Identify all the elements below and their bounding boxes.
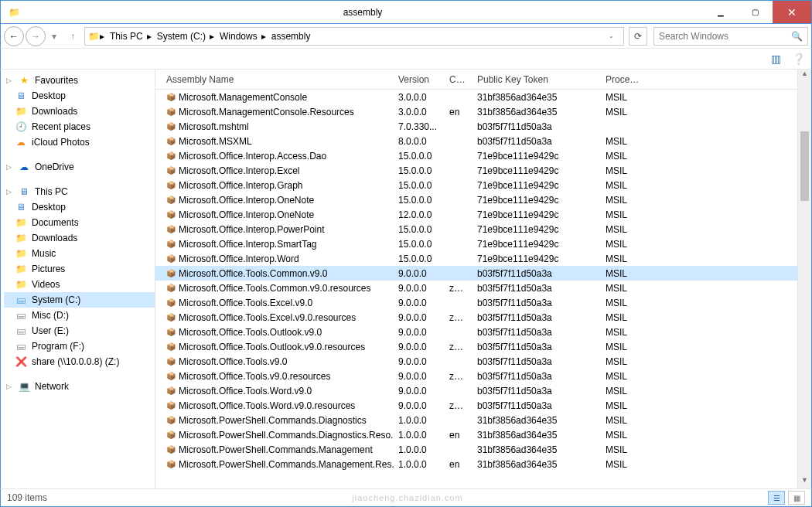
search-field[interactable]	[659, 31, 791, 42]
status-bar: 109 items jiaocheng.chazidian.com ☰ ▦	[0, 488, 812, 507]
sidebar-item[interactable]: 📁Pictures	[4, 261, 155, 277]
assembly-icon	[166, 430, 176, 439]
table-row[interactable]: Microsoft.Office.Tools.Outlook.v9.0.reso…	[155, 339, 797, 354]
sidebar-item[interactable]: 📁Downloads	[4, 104, 155, 119]
sidebar-item[interactable]: 📁Videos	[4, 277, 155, 292]
table-row[interactable]: Microsoft.ManagementConsole3.0.0.031bf38…	[155, 90, 797, 104]
network-header[interactable]: ▷ 💻 Network	[4, 379, 155, 394]
cell-version: 1.0.0.0	[394, 459, 445, 470]
table-row[interactable]: Microsoft.PowerShell.Commands.Management…	[155, 457, 797, 471]
breadcrumb[interactable]: 📁 ▸ This PC▸System (C:)▸Windows▸assembly…	[84, 27, 624, 46]
sidebar-item[interactable]: 🖴System (C:)	[4, 292, 155, 308]
cell-version: 9.0.0.0	[394, 371, 445, 382]
column-header-name[interactable]: Assembly Name	[162, 74, 394, 85]
column-header-proc[interactable]: Proces...	[601, 74, 647, 85]
chevron-right-icon[interactable]: ▷	[4, 77, 13, 84]
sidebar-item[interactable]: 🕘Recent places	[4, 119, 155, 134]
sidebar-item[interactable]: 🖥Desktop	[4, 199, 155, 215]
maximize-button[interactable]: ▢	[738, 1, 773, 23]
sidebar-item[interactable]: 🖴Misc (D:)	[4, 308, 155, 323]
table-row[interactable]: Microsoft.Office.Interop.OneNote15.0.0.0…	[155, 192, 797, 207]
table-row[interactable]: Microsoft.Office.Interop.Excel15.0.0.071…	[155, 163, 797, 178]
favourites-header[interactable]: ▷ ★ Favourites	[4, 73, 155, 88]
assembly-icon	[166, 225, 176, 233]
table-row[interactable]: Microsoft.Office.Interop.OneNote12.0.0.0…	[155, 207, 797, 222]
table-row[interactable]: Microsoft.Office.Tools.Common.v9.0.resou…	[155, 281, 797, 295]
cell-pkt: 71e9bce111e9429c	[473, 180, 601, 191]
table-row[interactable]: Microsoft.Office.Tools.Word.v9.09.0.0.0b…	[155, 383, 797, 398]
chevron-down-icon[interactable]: ▷	[4, 188, 13, 196]
column-header-version[interactable]: Version	[394, 74, 445, 85]
close-button[interactable]: ✕	[773, 1, 811, 23]
table-row[interactable]: Microsoft.Office.Interop.Access.Dao15.0.…	[155, 148, 797, 163]
table-row[interactable]: Microsoft.PowerShell.Commands.Diagnostic…	[155, 427, 797, 442]
table-row[interactable]: Microsoft.Office.Tools.v9.0.resources9.0…	[155, 369, 797, 383]
sidebar-item-label: Program (F:)	[32, 341, 84, 352]
table-row[interactable]: Microsoft.Office.Interop.Word15.0.0.071e…	[155, 251, 797, 266]
table-row[interactable]: Microsoft.Office.Tools.Excel.v9.0.resour…	[155, 310, 797, 325]
table-row[interactable]: Microsoft.mshtml7.0.330...b03f5f7f11d50a…	[155, 119, 797, 134]
preview-pane-icon[interactable]: ▥	[771, 53, 781, 65]
sidebar-item[interactable]: 🖥Desktop	[4, 88, 155, 104]
sidebar-item-label: Desktop	[32, 202, 66, 213]
search-input[interactable]: 🔍	[653, 27, 808, 46]
scroll-up-icon[interactable]: ▲	[798, 70, 811, 82]
table-row[interactable]: Microsoft.PowerShell.Commands.Diagnostic…	[155, 413, 797, 427]
table-row[interactable]: Microsoft.PowerShell.Commands.Management…	[155, 442, 797, 457]
sidebar-item[interactable]: 📁Documents	[4, 215, 155, 230]
computer-icon: 🖥	[18, 186, 30, 197]
help-icon[interactable]: ❔	[792, 53, 805, 65]
table-row[interactable]: Microsoft.Office.Interop.Graph15.0.0.071…	[155, 178, 797, 192]
breadcrumb-segment[interactable]: assembly	[266, 29, 315, 43]
breadcrumb-segment[interactable]: System (C:)	[152, 29, 210, 43]
assembly-name: Microsoft.Office.Interop.Graph	[179, 180, 303, 191]
table-row[interactable]: Microsoft.ManagementConsole.Resources3.0…	[155, 104, 797, 119]
up-button[interactable]: ↑	[63, 26, 83, 46]
breadcrumb-segment[interactable]: This PC	[104, 29, 147, 43]
column-header-culture[interactable]: Cul...	[445, 74, 473, 85]
scroll-down-icon[interactable]: ▼	[798, 476, 811, 488]
forward-button[interactable]: →	[26, 26, 46, 46]
sidebar-item[interactable]: 📁Downloads	[4, 230, 155, 246]
table-row[interactable]: Microsoft.Office.Tools.Outlook.v9.09.0.0…	[155, 325, 797, 339]
cell-culture: zh-...	[445, 312, 473, 323]
breadcrumb-segment[interactable]: Windows	[214, 29, 261, 43]
chevron-right-icon[interactable]: ▷	[4, 383, 13, 390]
onedrive-header[interactable]: ▷ ☁ OneDrive	[4, 159, 155, 175]
sidebar-item[interactable]: ❌share (\\10.0.0.8) (Z:)	[4, 354, 155, 369]
vertical-scrollbar[interactable]: ▲ ▼	[797, 70, 811, 488]
chevron-right-icon[interactable]: ▷	[4, 163, 13, 171]
scroll-thumb[interactable]	[800, 131, 809, 201]
assembly-name: Microsoft.Office.Tools.Outlook.v9.0	[179, 327, 322, 338]
column-header-pkt[interactable]: Public Key Token	[473, 74, 601, 85]
back-button[interactable]: ←	[4, 26, 24, 46]
cell-proc: MSIL	[601, 283, 647, 294]
cell-proc: MSIL	[601, 151, 647, 162]
icons-view-button[interactable]: ▦	[788, 491, 805, 505]
cell-pkt: b03f5f7f11d50a3a	[473, 268, 601, 279]
table-row[interactable]: Microsoft.MSXML8.0.0.0b03f5f7f11d50a3aMS…	[155, 134, 797, 148]
table-row[interactable]: Microsoft.Office.Tools.v9.09.0.0.0b03f5f…	[155, 354, 797, 369]
table-row[interactable]: Microsoft.Office.Interop.SmartTag15.0.0.…	[155, 236, 797, 251]
table-row[interactable]: Microsoft.Office.Tools.Common.v9.09.0.0.…	[155, 266, 797, 281]
sidebar-item[interactable]: ☁iCloud Photos	[4, 134, 155, 150]
recent-locations-button[interactable]: ▾	[47, 26, 61, 46]
sidebar-item[interactable]: 📁Music	[4, 246, 155, 261]
cell-version: 9.0.0.0	[394, 400, 445, 411]
sidebar-item-label: Misc (D:)	[32, 310, 69, 321]
cell-culture: en	[445, 459, 473, 470]
table-row[interactable]: Microsoft.Office.Tools.Word.v9.0.resourc…	[155, 398, 797, 413]
this-pc-header[interactable]: ▷ 🖥 This PC	[4, 184, 155, 199]
cell-pkt: 31bf3856ad364e35	[473, 107, 601, 117]
table-row[interactable]: Microsoft.Office.Tools.Excel.v9.09.0.0.0…	[155, 295, 797, 310]
sidebar-item[interactable]: 🖴User (E:)	[4, 323, 155, 339]
breadcrumb-dropdown[interactable]: ⌄	[605, 32, 617, 39]
details-view-button[interactable]: ☰	[768, 491, 785, 505]
table-row[interactable]: Microsoft.Office.Interop.PowerPoint15.0.…	[155, 222, 797, 236]
cell-proc: MSIL	[601, 180, 647, 191]
cell-proc: MSIL	[601, 298, 647, 308]
assembly-icon	[166, 240, 176, 248]
refresh-button[interactable]: ⟳	[629, 27, 647, 46]
minimize-button[interactable]: ▁	[703, 1, 738, 23]
sidebar-item[interactable]: 🖴Program (F:)	[4, 339, 155, 354]
